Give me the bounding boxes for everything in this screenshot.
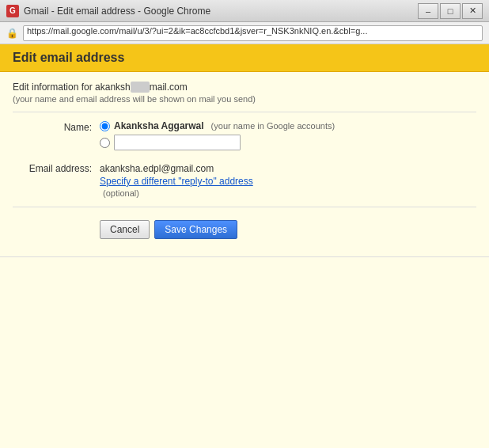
radio-option-custom xyxy=(100,135,476,150)
button-row: Cancel Save Changes xyxy=(13,215,476,247)
title-bar: G Gmail - Edit email address - Google Ch… xyxy=(0,0,489,22)
radio-name-hint: (your name in Google accounts) xyxy=(211,121,335,131)
custom-name-input[interactable] xyxy=(114,135,241,150)
url-input[interactable]: https://mail.google.com/mail/u/3/?ui=2&i… xyxy=(23,25,483,41)
email-label: Email address: xyxy=(13,161,100,174)
divider-top xyxy=(13,112,476,112)
info-prefix: Edit information for akanksh xyxy=(13,82,131,93)
page-title: Edit email address xyxy=(13,51,476,65)
close-button[interactable]: ✕ xyxy=(462,3,483,19)
address-bar: 🔒 https://mail.google.com/mail/u/3/?ui=2… xyxy=(0,22,489,44)
page-header: Edit email address xyxy=(0,44,489,72)
browser-icon: G xyxy=(6,5,19,17)
reply-to-link[interactable]: Specify a different "reply-to" address xyxy=(100,176,476,187)
email-row: Email address: akanksha.edpl@gmail.com S… xyxy=(13,161,476,199)
radio-option-name: Akanksha Aggarwal (your name in Google a… xyxy=(100,120,476,131)
radio-name-selected[interactable] xyxy=(100,121,110,131)
minimize-button[interactable]: – xyxy=(418,3,438,19)
cancel-button[interactable]: Cancel xyxy=(100,220,150,239)
maximize-button[interactable]: □ xyxy=(440,3,461,19)
page-content: Edit email address Edit information for … xyxy=(0,44,489,448)
email-value: akanksha.edpl@gmail.com xyxy=(100,161,476,174)
info-sub: (your name and email address will be sho… xyxy=(13,94,476,104)
window-controls: – □ ✕ xyxy=(418,3,483,19)
info-suffix: mail.com xyxy=(150,82,188,93)
save-button[interactable]: Save Changes xyxy=(154,220,237,239)
lock-icon: 🔒 xyxy=(6,28,18,39)
divider-bottom xyxy=(13,207,476,207)
email-field: akanksha.edpl@gmail.com Specify a differ… xyxy=(100,161,476,199)
name-field: Akanksha Aggarwal (your name in Google a… xyxy=(100,120,476,154)
window-title: Gmail - Edit email address - Google Chro… xyxy=(24,6,418,17)
name-row: Name: Akanksha Aggarwal (your name in Go… xyxy=(13,120,476,154)
rest-page xyxy=(0,257,489,448)
name-label: Name: xyxy=(13,120,100,133)
radio-name-label: Akanksha Aggarwal xyxy=(114,120,204,131)
reply-to-optional: (optional) xyxy=(103,188,139,198)
info-line: Edit information for akanksh......mail.c… xyxy=(13,82,476,93)
radio-custom[interactable] xyxy=(100,138,110,148)
form-area: Edit information for akanksh......mail.c… xyxy=(0,72,489,257)
email-hidden: ...... xyxy=(131,82,150,93)
